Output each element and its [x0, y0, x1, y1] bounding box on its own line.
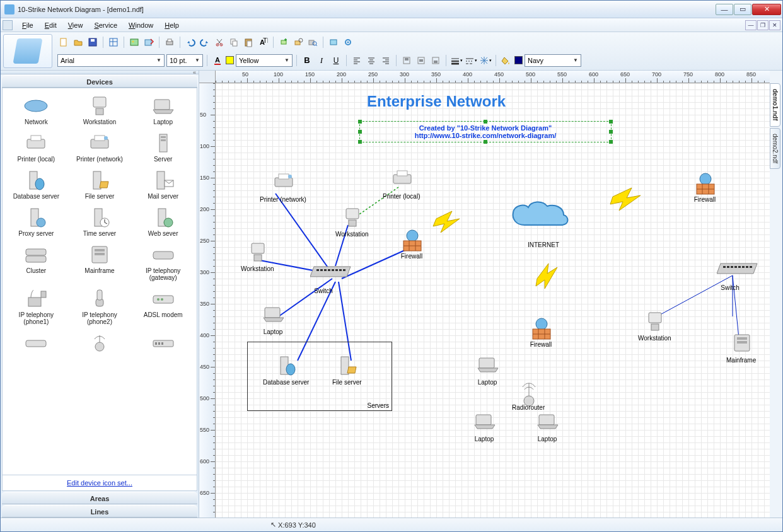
node-firewall3[interactable]: Firewall: [528, 316, 554, 348]
tab-demo2[interactable]: demo2.ndf: [770, 128, 780, 169]
device-item[interactable]: [69, 329, 131, 358]
node-laptop4[interactable]: Laptop: [534, 411, 560, 442]
node-workstation1[interactable]: Workstation: [335, 206, 369, 238]
menu-window[interactable]: Window: [123, 20, 159, 31]
device-item[interactable]: Proxy server: [5, 204, 67, 240]
diagram-title[interactable]: Enterprise Network: [367, 93, 506, 110]
node-switch1[interactable]: Switch: [310, 263, 337, 294]
refresh-icons-button[interactable]: [327, 36, 340, 49]
node-switch2[interactable]: Switch: [717, 260, 743, 291]
device-item[interactable]: Workstation: [69, 92, 131, 128]
cut-button[interactable]: [213, 36, 226, 49]
device-item[interactable]: Printer (network): [69, 129, 131, 165]
maximize-button[interactable]: ▭: [734, 4, 751, 15]
device-item[interactable]: File server: [69, 166, 131, 202]
device-item[interactable]: IP telephony (phone1): [5, 285, 67, 328]
tool-selected-preview[interactable]: [3, 34, 52, 68]
snap-grid-button[interactable]: [107, 36, 120, 49]
font-color-button[interactable]: A: [211, 54, 224, 67]
minimize-button[interactable]: —: [716, 4, 733, 15]
print-button[interactable]: [163, 36, 176, 49]
lines-panel-header[interactable]: Lines: [2, 505, 197, 518]
device-item[interactable]: Web sever: [132, 204, 194, 240]
line-style-button[interactable]: ▾: [465, 54, 477, 67]
line-weight-button[interactable]: ▾: [450, 54, 463, 67]
line-color-combo[interactable]: Navy▼: [525, 54, 581, 67]
mdi-minimize-button[interactable]: —: [745, 20, 757, 30]
device-item[interactable]: Laptop: [132, 92, 194, 128]
redo-button[interactable]: [199, 36, 211, 49]
menu-edit[interactable]: Edit: [39, 20, 62, 31]
valign-middle-button[interactable]: [415, 54, 427, 67]
node-firewall2[interactable]: Firewall: [692, 171, 718, 203]
device-item[interactable]: Mainframe: [69, 241, 131, 284]
line-color-swatch[interactable]: [514, 56, 523, 64]
line-pattern-button[interactable]: ▾: [479, 54, 492, 67]
areas-panel-header[interactable]: Areas: [2, 492, 197, 504]
node-mainframe[interactable]: Mainframe: [726, 332, 756, 364]
align-center-button[interactable]: [365, 54, 378, 67]
device-item[interactable]: Time server: [69, 204, 131, 240]
node-printer_loc[interactable]: Printer (local): [383, 168, 420, 200]
fill-color-swatch[interactable]: [226, 56, 234, 64]
node-laptop3[interactable]: Laptop: [471, 411, 497, 442]
text-tool-button[interactable]: ATE: [257, 36, 269, 49]
bold-button[interactable]: B: [301, 54, 313, 67]
device-item[interactable]: Database server: [5, 166, 67, 202]
save-button[interactable]: [86, 36, 99, 49]
sidebar-grip[interactable]: «: [1, 71, 199, 74]
node-internet[interactable]: INTERNET: [506, 197, 581, 248]
copy-button[interactable]: [228, 36, 240, 49]
node-fileserver[interactable]: File server: [332, 354, 362, 386]
add-device-button[interactable]: [277, 36, 290, 49]
device-item[interactable]: Server: [132, 129, 194, 165]
device-item[interactable]: IP telephony (gateway): [132, 241, 194, 284]
mdi-restore-button[interactable]: ❐: [757, 20, 768, 30]
node-workstation2[interactable]: Workstation: [241, 241, 274, 272]
node-laptop1[interactable]: Laptop: [260, 304, 286, 335]
device-item[interactable]: Cluster: [5, 241, 67, 284]
device-item[interactable]: Network: [5, 92, 67, 128]
search-device-button[interactable]: [306, 36, 319, 49]
align-left-button[interactable]: [351, 54, 363, 67]
align-right-button[interactable]: [380, 54, 392, 67]
devices-panel-header[interactable]: Devices: [2, 75, 197, 88]
device-item[interactable]: ADSL modem: [132, 285, 194, 328]
menu-help[interactable]: Help: [159, 20, 185, 31]
mdi-close-button[interactable]: ✕: [769, 20, 780, 30]
font-family-combo[interactable]: Arial▼: [57, 54, 165, 67]
scan-button[interactable]: [292, 36, 304, 49]
new-button[interactable]: [57, 36, 70, 49]
valign-bottom-button[interactable]: [429, 54, 442, 67]
underline-button[interactable]: U: [330, 54, 342, 67]
node-dbserver[interactable]: Database server: [263, 354, 309, 386]
italic-button[interactable]: I: [315, 54, 328, 67]
node-radiorouter[interactable]: Radiorouter: [512, 379, 545, 411]
device-item[interactable]: [132, 329, 194, 358]
image-button[interactable]: [128, 36, 141, 49]
menu-file[interactable]: File: [16, 20, 39, 31]
diagram-subtitle-box[interactable]: Created by "10-Strike Network Diagram" h…: [359, 121, 612, 142]
device-item[interactable]: [5, 329, 67, 358]
menu-view[interactable]: View: [62, 20, 89, 31]
close-button[interactable]: ✕: [752, 4, 781, 15]
node-printer_net[interactable]: Printer (network): [260, 171, 306, 203]
tab-demo1[interactable]: demo1.ndf: [770, 83, 780, 127]
canvas[interactable]: Enterprise Network Created by "10-Strike…: [216, 83, 770, 518]
valign-top-button[interactable]: [400, 54, 413, 67]
paste-button[interactable]: [242, 36, 255, 49]
menu-service[interactable]: Service: [88, 20, 123, 31]
node-workstation3[interactable]: Workstation: [638, 310, 671, 342]
undo-button[interactable]: [184, 36, 197, 49]
edit-icon-set-link[interactable]: Edit device icon set...: [67, 479, 132, 487]
device-item[interactable]: Mail server: [132, 166, 194, 202]
export-button[interactable]: [142, 36, 155, 49]
node-firewall1[interactable]: Firewall: [398, 228, 425, 260]
node-laptop2[interactable]: Laptop: [474, 354, 501, 386]
device-item[interactable]: Printer (local): [5, 129, 67, 165]
open-button[interactable]: [72, 36, 84, 49]
fill-color-combo[interactable]: Yellow▼: [236, 54, 293, 67]
device-item[interactable]: IP telephony (phone2): [69, 285, 131, 328]
fill-bucket-button[interactable]: [500, 54, 513, 67]
font-size-combo[interactable]: 10 pt.▼: [166, 54, 203, 67]
